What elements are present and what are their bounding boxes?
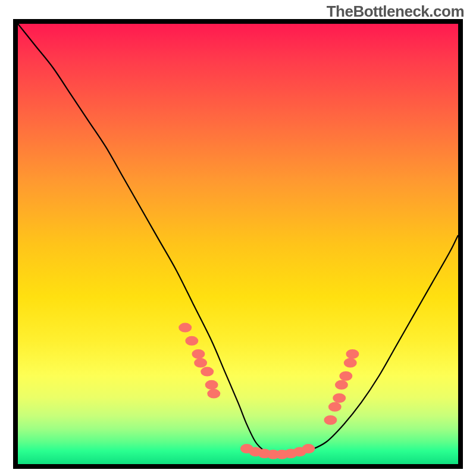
marker-dot <box>346 349 359 359</box>
marker-dot <box>205 380 218 390</box>
curve-group <box>18 24 458 456</box>
bottleneck-curve-path <box>18 24 458 456</box>
marker-dot <box>333 393 346 403</box>
marker-dot <box>178 323 192 333</box>
marker-dot <box>192 349 205 359</box>
marker-dot <box>328 402 342 412</box>
marker-dot <box>302 444 315 453</box>
marker-dot <box>185 336 198 346</box>
plot-frame <box>13 19 463 469</box>
watermark-text: TheBottleneck.com <box>327 2 464 21</box>
curve-svg <box>18 24 458 464</box>
marker-dot <box>194 358 207 368</box>
marker-dot <box>339 371 352 381</box>
marker-dot <box>201 367 214 377</box>
marker-dot <box>335 380 348 390</box>
marker-dot <box>207 389 220 399</box>
marker-dot <box>324 415 337 425</box>
marker-dot <box>344 358 357 368</box>
plot-area <box>18 24 458 464</box>
markers-group <box>178 323 359 459</box>
